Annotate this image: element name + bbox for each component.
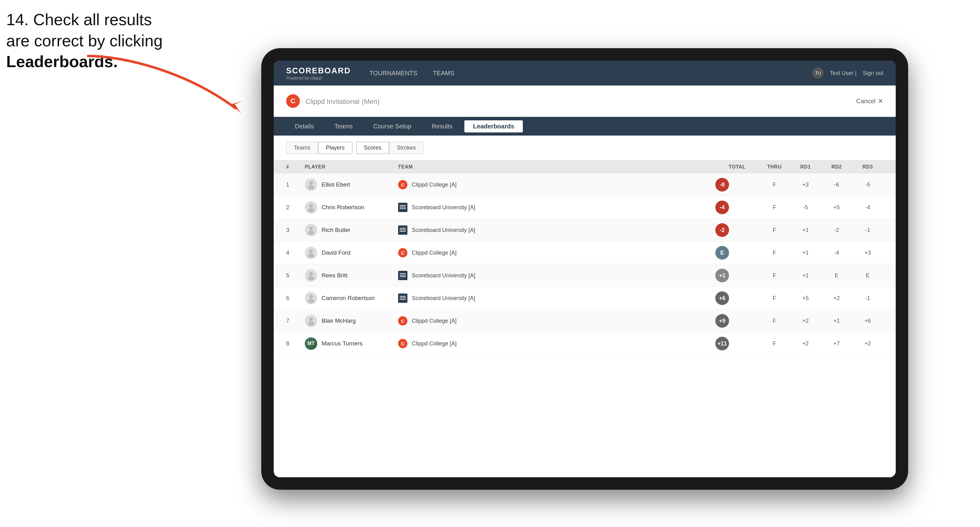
sub-tab-players[interactable]: Players [318, 142, 352, 154]
player-cell-1: Elliot Ebert [305, 178, 398, 191]
thru-4: F [759, 250, 790, 256]
rd1-6: +5 [790, 295, 821, 302]
total-cell-7: +9 [715, 314, 759, 328]
rank-4: 4 [286, 250, 305, 256]
rd2-3: -2 [821, 227, 852, 233]
sub-tab-teams[interactable]: Teams [286, 142, 318, 154]
tournament-logo: C [286, 94, 300, 108]
sub-tab-strokes[interactable]: Strokes [389, 142, 423, 154]
team-logo-c-1: C [398, 180, 407, 189]
avatar-2 [305, 201, 317, 214]
sub-tab-scores[interactable]: Scores [356, 142, 389, 154]
rank-2: 2 [286, 204, 305, 211]
team-cell-1: C Clippd College [A] [398, 180, 715, 189]
player-cell-2: Chris Robertson [305, 201, 398, 214]
rd1-4: +1 [790, 250, 821, 256]
player-name-7: Blair McHarg [321, 317, 356, 324]
col-rd2: RD2 [821, 164, 852, 170]
tablet-screen: SCOREBOARD Powered by clippd TOURNAMENTS… [274, 60, 896, 477]
svg-point-11 [309, 295, 313, 298]
close-icon: ✕ [878, 97, 883, 105]
navbar: SCOREBOARD Powered by clippd TOURNAMENTS… [274, 60, 896, 86]
svg-point-9 [309, 272, 313, 276]
table-row: 2 Chris Robertson Scoreboard University … [274, 196, 896, 219]
table-row: 3 Rich Butler Scoreboard University [A] [274, 219, 896, 241]
avatar-3 [305, 224, 317, 236]
player-name-1: Elliot Ebert [321, 181, 350, 188]
col-total: TOTAL [715, 164, 759, 170]
sign-out-link[interactable]: Sign out [863, 70, 883, 76]
rd1-5: +1 [790, 272, 821, 279]
player-name-6: Cameron Robertson [321, 295, 375, 302]
col-team: TEAM [398, 164, 715, 170]
instruction-text: 14. Check all results are correct by cli… [6, 10, 163, 73]
rd1-2: -5 [790, 204, 821, 211]
avatar-7 [305, 315, 317, 327]
thru-6: F [759, 295, 790, 302]
score-badge-7: +9 [715, 314, 729, 328]
avatar-6 [305, 292, 317, 305]
svg-marker-0 [232, 101, 243, 113]
team-cell-5: Scoreboard University [A] [398, 271, 715, 280]
thru-3: F [759, 227, 790, 233]
team-logo-c-7: C [398, 316, 407, 325]
team-logo-sb-6 [398, 294, 407, 303]
rd1-3: +1 [790, 227, 821, 233]
svg-point-8 [308, 253, 314, 257]
tab-results[interactable]: Results [423, 120, 461, 132]
nav-tournaments[interactable]: TOURNAMENTS [369, 68, 417, 78]
rd1-1: +3 [790, 182, 821, 188]
user-avatar: TU [812, 67, 824, 79]
nav-links: TOURNAMENTS TEAMS [369, 68, 812, 78]
tournament-header: C Clippd Invitational (Men) Cancel ✕ [274, 86, 896, 117]
rank-5: 5 [286, 272, 305, 279]
nav-teams[interactable]: TEAMS [433, 68, 454, 78]
svg-point-14 [308, 322, 314, 325]
player-name-4: David Ford [321, 249, 350, 256]
player-name-8: Marcus Turners [321, 340, 363, 347]
tab-course-setup[interactable]: Course Setup [364, 120, 420, 132]
tab-details[interactable]: Details [286, 120, 323, 132]
sub-tabs: Teams Players Scores Strokes [274, 136, 896, 160]
col-rd1: RD1 [790, 164, 821, 170]
rank-6: 6 [286, 295, 305, 302]
tab-leaderboards[interactable]: Leaderboards [465, 120, 523, 132]
svg-point-10 [308, 276, 314, 280]
rd2-8: +7 [821, 340, 852, 347]
rd2-7: +1 [821, 318, 852, 324]
svg-point-12 [308, 299, 314, 303]
total-cell-6: +6 [715, 291, 759, 305]
score-badge-2: -4 [715, 200, 729, 214]
score-badge-8: +11 [715, 337, 729, 351]
score-badge-1: -8 [715, 178, 729, 192]
total-cell-2: -4 [715, 200, 759, 214]
player-cell-7: Blair McHarg [305, 315, 398, 327]
rd2-4: -4 [821, 250, 852, 256]
team-cell-4: C Clippd College [A] [398, 248, 715, 257]
main-content: C Clippd Invitational (Men) Cancel ✕ Det… [274, 86, 896, 477]
rd2-5: E [821, 272, 852, 279]
logo-sub: Powered by clippd [286, 76, 351, 81]
tabs-bar: Details Teams Course Setup Results Leade… [274, 117, 896, 136]
thru-2: F [759, 204, 790, 211]
col-rank: # [286, 164, 305, 170]
table-header: # PLAYER TEAM TOTAL THRU RD1 RD2 RD3 [274, 160, 896, 173]
rd3-3: -1 [852, 227, 883, 233]
total-cell-3: -2 [715, 223, 759, 237]
rd2-2: +5 [821, 204, 852, 211]
table-row: 6 Cameron Robertson Scoreboard Universit… [274, 287, 896, 310]
score-badge-4: E [715, 246, 729, 260]
rank-7: 7 [286, 318, 305, 324]
svg-point-13 [309, 317, 313, 321]
team-cell-8: C Clippd College [A] [398, 339, 715, 348]
cancel-button[interactable]: Cancel ✕ [856, 97, 883, 105]
player-name-2: Chris Robertson [321, 204, 364, 211]
svg-point-5 [309, 227, 313, 230]
table-row: 1 Elliot Ebert C Clippd College [A] -8 [274, 173, 896, 196]
table-row: 8 MT Marcus Turners C Clippd College [A]… [274, 332, 896, 355]
svg-point-4 [308, 208, 314, 212]
rd3-5: E [852, 272, 883, 279]
tab-teams[interactable]: Teams [326, 120, 361, 132]
thru-5: F [759, 272, 790, 279]
avatar-4 [305, 246, 317, 259]
